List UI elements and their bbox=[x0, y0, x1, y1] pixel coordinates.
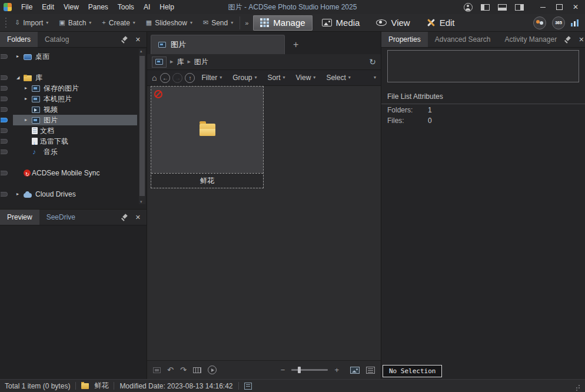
play-slideshow-icon[interactable] bbox=[208, 366, 217, 374]
up-button[interactable]: ↑ bbox=[185, 73, 195, 83]
account-icon[interactable] bbox=[464, 3, 473, 12]
people-icon[interactable] bbox=[533, 16, 546, 29]
tab-folders[interactable]: Folders bbox=[0, 32, 38, 47]
group-dropdown[interactable]: Group ▾ bbox=[228, 74, 261, 82]
tab-preview[interactable]: Preview bbox=[0, 210, 39, 225]
zoom-slider[interactable] bbox=[291, 369, 328, 371]
collapse-arrow-icon[interactable]: ◢ bbox=[16, 72, 24, 83]
toolbar-grip[interactable] bbox=[5, 18, 7, 28]
menu-edit[interactable]: Edit bbox=[37, 0, 59, 14]
menu-help[interactable]: Help bbox=[155, 0, 179, 14]
tree-item-thunder-downloads[interactable]: 迅雷下载 bbox=[0, 136, 147, 147]
view-dropdown[interactable]: View ▾ bbox=[292, 74, 320, 82]
mode-manage-button[interactable]: Manage bbox=[253, 15, 312, 31]
tree-item-library[interactable]: ◢ 库 bbox=[0, 72, 147, 83]
send-button[interactable]: ✉ Send ▾ bbox=[198, 15, 238, 31]
tree-item-music[interactable]: 音乐 bbox=[0, 147, 147, 157]
pin-icon[interactable] bbox=[564, 36, 571, 43]
tree-item-saved-pictures[interactable]: ▸ 保存的图片 bbox=[0, 83, 147, 94]
close-icon[interactable]: ✕ bbox=[135, 214, 141, 221]
breadcrumb-library[interactable]: 库 bbox=[177, 57, 184, 67]
metadata-form-icon[interactable] bbox=[244, 383, 252, 390]
filter-dropdown[interactable]: Filter ▾ bbox=[197, 74, 226, 82]
easy-select-marker[interactable] bbox=[1, 128, 8, 133]
create-button[interactable]: + Create ▾ bbox=[97, 15, 140, 31]
menu-panes[interactable]: Panes bbox=[84, 0, 113, 14]
toggle-left-pane-icon[interactable] bbox=[481, 4, 490, 11]
tab-properties[interactable]: Properties bbox=[381, 32, 428, 47]
filmstrip-icon[interactable] bbox=[193, 367, 201, 373]
easy-select-marker[interactable] bbox=[1, 54, 8, 59]
toggle-bottom-pane-icon[interactable] bbox=[498, 4, 507, 11]
import-button[interactable]: ⇩ Import ▾ bbox=[9, 15, 54, 31]
expand-arrow-icon[interactable]: ▸ bbox=[16, 51, 24, 62]
tree-item-videos[interactable]: 视频 bbox=[0, 104, 147, 115]
mode-edit-button[interactable]: Edit bbox=[420, 15, 462, 31]
folders-scrollbar[interactable] bbox=[139, 49, 145, 204]
select-dropdown[interactable]: Select ▾ bbox=[322, 74, 354, 82]
tree-item-documents[interactable]: 文档 bbox=[0, 125, 147, 136]
export-icon[interactable] bbox=[153, 367, 161, 373]
mode-media-button[interactable]: Media bbox=[315, 15, 367, 31]
acdsee-365-icon[interactable]: 365 bbox=[552, 16, 565, 29]
tree-item-local-photos[interactable]: ▸ 本机照片 bbox=[0, 94, 147, 104]
breadcrumb-arrow-icon[interactable]: ▶ bbox=[187, 59, 190, 64]
menu-ai[interactable]: AI bbox=[139, 0, 155, 14]
menu-view[interactable]: View bbox=[59, 0, 84, 14]
easy-select-marker[interactable] bbox=[1, 150, 8, 154]
zoom-in-icon[interactable]: + bbox=[334, 366, 339, 374]
batch-button[interactable]: ▣ Batch ▾ bbox=[54, 15, 97, 31]
tab-catalog[interactable]: Catalog bbox=[38, 32, 76, 47]
refresh-icon[interactable]: ↻ bbox=[369, 58, 376, 66]
tab-pictures[interactable]: 图片 bbox=[151, 35, 285, 54]
easy-select-marker[interactable] bbox=[1, 107, 8, 112]
file-list-area[interactable]: 鲜花 bbox=[147, 86, 381, 360]
menu-tools[interactable]: Tools bbox=[113, 0, 139, 14]
folder-tile[interactable]: 鲜花 bbox=[151, 86, 264, 188]
forward-button[interactable]: → bbox=[172, 73, 182, 83]
easy-select-marker[interactable] bbox=[1, 86, 8, 91]
pin-icon[interactable] bbox=[121, 36, 128, 43]
thumbnail-view-icon[interactable] bbox=[350, 367, 360, 374]
tab-seedrive[interactable]: SeeDrive bbox=[39, 210, 82, 225]
zoom-out-icon[interactable]: − bbox=[281, 366, 285, 374]
expand-arrow-icon[interactable]: ▸ bbox=[25, 94, 32, 104]
close-icon[interactable]: ✕ bbox=[579, 36, 584, 43]
scrollbar-thumb[interactable] bbox=[139, 56, 145, 196]
expand-arrow-icon[interactable]: ▸ bbox=[25, 115, 32, 125]
mode-view-button[interactable]: View bbox=[369, 15, 417, 31]
easy-select-marker[interactable] bbox=[1, 192, 8, 197]
easy-select-marker[interactable] bbox=[1, 118, 8, 122]
breadcrumb-arrow-icon[interactable]: ▶ bbox=[170, 59, 173, 64]
tree-item-desktop[interactable]: ▸ 桌面 bbox=[0, 51, 147, 62]
tree-item-cloud-drives[interactable]: ▸ Cloud Drives bbox=[0, 189, 147, 200]
pin-icon[interactable] bbox=[121, 214, 128, 221]
tab-advanced-search[interactable]: Advanced Search bbox=[428, 32, 498, 47]
toggle-right-pane-icon[interactable] bbox=[515, 4, 524, 11]
details-view-icon[interactable] bbox=[366, 367, 375, 374]
rotate-right-icon[interactable]: ↷ bbox=[180, 366, 187, 374]
location-icon-button[interactable] bbox=[152, 57, 167, 68]
toolbar-overflow-button[interactable]: » bbox=[241, 19, 252, 26]
tree-item-mobile-sync[interactable]: ACDSee Mobile Sync bbox=[0, 168, 147, 178]
tab-activity-manager[interactable]: Activity Manager bbox=[497, 32, 564, 47]
tree-item-pictures-selected[interactable]: ▸ 图片 bbox=[0, 115, 147, 125]
easy-select-marker[interactable] bbox=[1, 75, 8, 80]
toolbar-more-icon[interactable]: ▾ bbox=[374, 75, 376, 80]
dashboard-chart-icon[interactable] bbox=[571, 19, 579, 26]
sort-dropdown[interactable]: Sort ▾ bbox=[264, 74, 290, 82]
expand-arrow-icon[interactable]: ▸ bbox=[16, 189, 24, 200]
new-tab-button[interactable]: + bbox=[293, 35, 298, 54]
rotate-left-icon[interactable]: ↶ bbox=[167, 366, 174, 374]
close-icon[interactable]: ✕ bbox=[135, 36, 141, 43]
resize-grip[interactable] bbox=[574, 383, 580, 389]
menu-file[interactable]: File bbox=[16, 0, 37, 14]
close-button[interactable]: ✕ bbox=[567, 0, 584, 14]
slideshow-button[interactable]: ▦ Slideshow ▾ bbox=[141, 15, 198, 31]
zoom-slider-thumb[interactable] bbox=[298, 367, 301, 373]
minimize-button[interactable] bbox=[534, 0, 551, 14]
maximize-button[interactable] bbox=[551, 0, 567, 14]
easy-select-marker[interactable] bbox=[1, 171, 8, 175]
easy-select-marker[interactable] bbox=[1, 139, 8, 144]
breadcrumb-pictures[interactable]: 图片 bbox=[194, 57, 208, 67]
